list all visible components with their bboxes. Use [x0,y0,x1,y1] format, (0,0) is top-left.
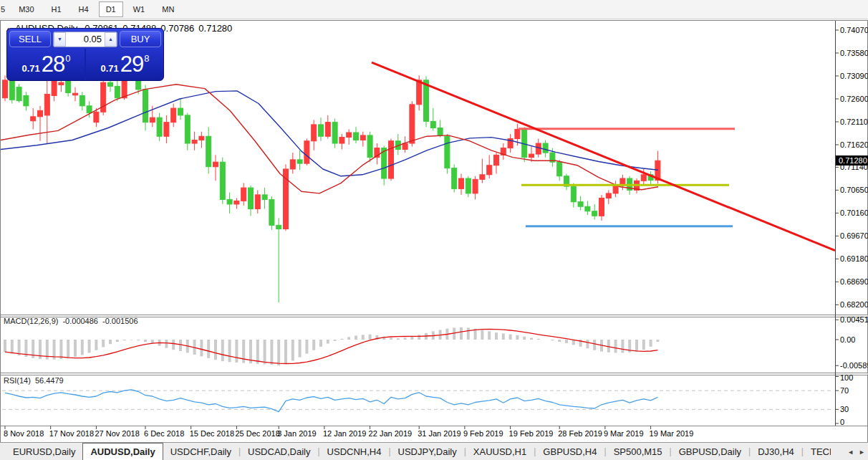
timeframe-button-d1[interactable]: D1 [99,1,123,17]
candle-14-nov-2018 [31,117,36,121]
candle-10-jan-2019 [312,125,317,141]
candle-8-nov-2018 [3,80,8,98]
tab-xauusd-h1[interactable]: XAUUSD,H1 [466,444,534,459]
candle-7-jan-2019 [290,160,295,169]
candle-14-feb-2019 [487,166,492,175]
volume-decrease-button[interactable]: ▼ [54,32,66,47]
buy-price-display[interactable]: 0.71 29 8 [86,49,163,80]
candle-12-nov-2018 [16,87,21,101]
candle-9-nov-2018 [9,78,14,100]
timeframe-button-w1[interactable]: W1 [126,1,153,17]
candle-28-dec-2018 [255,195,260,209]
chart-canvas[interactable] [1,21,868,460]
price-axis: 0.740700.735800.730900.726000.721100.716… [836,21,868,460]
tab-scroll-left-icon[interactable]: ◄ [847,449,854,456]
candle-7-mar-2019 [592,211,597,216]
candle-15-nov-2018 [38,110,43,116]
candle-29-nov-2018 [108,82,113,86]
tab-usdchf-daily[interactable]: USDCHF,Daily [163,444,238,459]
tab-scroll-right-icon[interactable]: ► [859,449,865,456]
price-axis-label: 0.68200 [840,300,868,309]
candle-18-jan-2019 [354,133,359,140]
timeframe-button-mn[interactable]: MN [155,1,181,17]
candle-12-dec-2018 [171,108,176,123]
timeframe-button-m30[interactable]: M30 [11,1,41,17]
candle-21-dec-2018 [220,162,225,199]
sell-button[interactable]: SELL [9,31,51,47]
tab-eurusd-daily[interactable]: EURUSD,Daily [6,444,82,459]
tab-tech100-h1[interactable]: TECH100,H1 [804,444,831,459]
candle-11-feb-2019 [466,178,471,193]
candle-15-jan-2019 [332,123,337,143]
date-label: 19 Feb 2019 [509,429,554,438]
tab-dj30-h4[interactable]: DJ30,H4 [751,444,801,459]
candle-18-dec-2018 [199,136,204,140]
candle-21-jan-2019 [360,135,365,140]
candle-12-mar-2019 [613,186,618,193]
sell-price-display[interactable]: 0.71 28 0 [7,49,86,80]
candle-20-feb-2019 [515,129,520,138]
price-axis-label: 0.74070 [840,26,868,34]
date-label: 28 Feb 2019 [558,429,602,438]
candle-30-jan-2019 [410,105,415,143]
ohlc-low: 0.70786 [160,23,194,34]
date-label: 25 Dec 2018 [235,429,279,438]
rsi-line [5,390,657,412]
candle-8-mar-2019 [599,198,604,216]
date-label: 22 Jan 2019 [369,429,413,438]
candle-14-jan-2019 [325,123,330,137]
candle-19-nov-2018 [52,79,57,96]
tab-usdcnh-h4[interactable]: USDCNH,H4 [320,444,389,459]
chart-window[interactable]: ▲AUDUSD,Daily0.708610.714880.707860.7128… [0,20,868,460]
sell-price-big: 28 [42,52,64,77]
candle-26-feb-2019 [543,143,548,153]
candle-13-nov-2018 [24,95,29,105]
tab-gbpusd-h4[interactable]: GBPUSD,H4 [536,444,604,459]
rsi-axis-label: 30 [840,405,849,413]
candle-5-mar-2019 [578,202,583,207]
candle-5-feb-2019 [438,128,443,135]
candle-7-dec-2018 [150,118,155,123]
candle-30-nov-2018 [115,86,120,97]
price-axis-label: 0.68690 [840,277,868,286]
candle-13-dec-2018 [178,108,183,115]
candle-26-dec-2018 [241,188,246,201]
rsi-label: RSI(14)56.4479 [4,376,68,385]
candle-15-feb-2019 [494,155,499,165]
tab-usdcad-daily[interactable]: USDCAD,Daily [241,444,317,459]
timeframe-button-h1[interactable]: H1 [44,1,69,17]
macd-axis-label: 0.004517 [840,315,868,324]
rsi-axis-label: 0 [840,418,844,426]
volume-increase-button[interactable]: ▲ [105,32,117,47]
date-label: 15 Dec 2018 [190,429,234,438]
candle-3-jan-2019 [276,225,281,229]
candle-20-dec-2018 [213,162,218,167]
timeframe-toolbar: 5M30H1H4D1W1MN [0,0,868,19]
price-axis-label: 0.70650 [840,186,868,194]
candle-14-dec-2018 [185,115,190,143]
price-axis-label: 0.69670 [840,231,868,240]
macd-name: MACD(12,26,9) [4,317,58,325]
candle-22-nov-2018 [73,93,78,95]
timeframe-button-h4[interactable]: H4 [72,1,96,17]
tab-usdjpy-daily[interactable]: USDJPY,Daily [391,444,464,459]
macd-axis-label: 0.00 [840,335,855,344]
candle-27-nov-2018 [94,112,99,122]
tab-sp500-m15[interactable]: SP500,M15 [607,444,670,459]
timeframe-button-5[interactable]: 5 [0,1,9,17]
sell-price-prefix: 0.71 [21,63,39,74]
macd-value-signal: -0.001506 [102,317,138,325]
date-label: 12 Jan 2019 [323,429,367,438]
date-label: 3 Jan 2019 [277,429,316,438]
volume-input[interactable] [66,34,105,44]
tab-gbpusd-daily[interactable]: GBPUSD,Daily [672,444,748,459]
date-label: 9 Mar 2019 [604,429,644,438]
rsi-axis-label: 70 [840,386,849,395]
candle-8-feb-2019 [459,178,464,188]
buy-button[interactable]: BUY [120,31,161,47]
candle-19-dec-2018 [206,136,211,166]
candle-31-dec-2018 [262,195,267,200]
tab-audusd-daily[interactable]: AUDUSD,Daily [82,443,163,460]
one-click-trading-panel: SELL ▼ ▲ BUY 0.71 28 0 0.71 29 8 [6,28,164,81]
descending-trendline[interactable] [372,62,835,251]
